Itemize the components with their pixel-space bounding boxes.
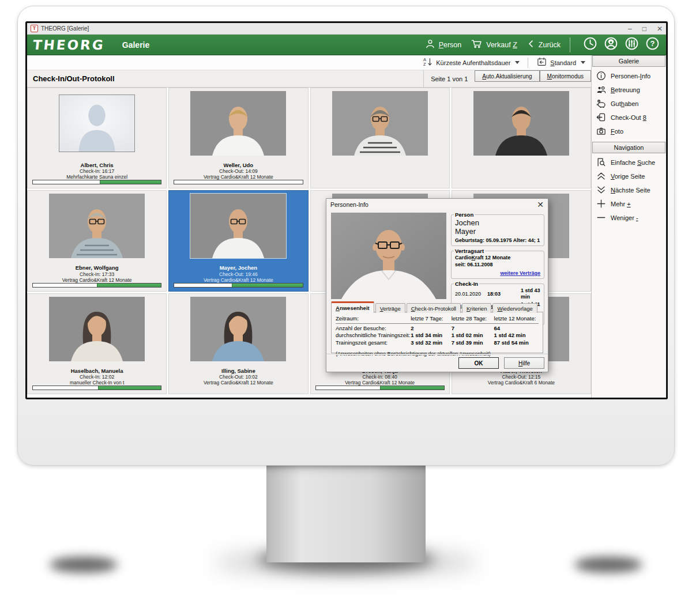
time-progress-bar [174,283,303,288]
auto-update-button[interactable]: Auto.Aktualisierung [475,70,539,82]
member-name: Albert, Chris [81,162,114,168]
dialog-title-bar: Personen-Info ✕ [326,199,548,210]
chevron-left-icon [526,39,536,51]
sidebar-item-weniger[interactable]: Weniger - [592,211,666,225]
time-progress-bar [174,180,303,184]
svg-text:Z: Z [423,62,426,67]
sidebar-item-label: Mehr + [611,201,631,207]
preset-button[interactable]: Standard [534,55,588,70]
checkout-icon [596,112,607,124]
stats-row: Trainingszeit gesamt:3 std 32 min7 std 3… [336,338,539,346]
gallery-cell-haselbach-manuela[interactable]: Haselbach, ManuelaCheck-In: 12:02manuell… [27,293,167,394]
app-window: T THEORG [Galerie] – □ ✕ THEORG Galerie … [27,23,666,398]
sidebar-item-betreuung[interactable]: Betreuung [592,83,666,97]
settings-button[interactable] [623,37,640,53]
main-area: AZ Kürzeste Aufenthaltsdauer Standard Ch… [27,55,591,398]
member-photo [332,91,428,156]
help-button[interactable]: ? [644,37,660,53]
gallery-cell[interactable] [452,88,591,188]
minimize-button[interactable]: – [628,25,632,32]
member-checktime: Check-Out: 10:02 [219,374,258,380]
time-progress-bar [315,386,445,390]
sidebar-item-label: Nächste Seite [611,187,650,194]
member-contract: Vertrag Cardio&Kraft 6 Monate [488,380,555,386]
piggy-icon [596,98,607,110]
member-photo [190,297,286,361]
member-name: Mayer, Jochen [220,264,257,271]
tab-kriterien[interactable]: Kriterien [462,303,491,313]
content-header: Check-In/Out-Protokoll Seite 1 von 1 Aut… [27,70,591,88]
maximize-button[interactable]: □ [642,25,646,32]
support-button[interactable] [603,37,619,53]
member-photo [473,91,569,156]
sidebar-item-label: Betreuung [611,86,640,93]
page-search-icon [596,157,607,169]
sidebar-item-foto[interactable]: Foto [592,124,666,138]
tab-vertrage[interactable]: Verträge [375,303,405,313]
checkin-group-label: Check-In [454,281,479,287]
sidebar-item-mehr[interactable]: Mehr + [592,197,666,211]
page-indicator: Seite 1 von 1 [423,70,475,87]
person-group: Person Jochen Mayer Geburtstag: 05.09.19… [451,211,544,246]
plus-icon [596,198,607,210]
sale-button[interactable]: Verkauf Z [471,37,517,52]
member-contract: Mehrfachkarte Sauna einzel [66,174,127,180]
clock-button[interactable] [582,37,598,53]
stats-header: Zeitraum: [336,315,411,324]
cart-icon [471,37,483,52]
gallery-cell-weller-udo[interactable]: Weller, UdoCheck-Out: 14:09Vertrag Cardi… [168,88,308,188]
monitor-mode-button[interactable]: Monitormodus [540,70,591,82]
stats-row: durchschnittliche Trainingszeit:1 std 34… [336,331,539,339]
screen: T THEORG [Galerie] – □ ✕ THEORG Galerie … [25,21,668,399]
sidebar-item-personen-info[interactable]: Personen-Info [592,69,666,83]
sidebar-item-nachste-seite[interactable]: Nächste Seite [592,183,666,197]
svg-text:?: ? [650,39,655,48]
stats-header: letzte 28 Tage: [452,315,494,324]
minus-icon [596,212,607,224]
contract-name: CardioKraft 12 Monate [455,255,540,262]
info-icon [596,70,607,82]
tab-check-in-protokoll[interactable]: Check-In-Protokoll [407,303,461,313]
member-checktime: Check-In: 16:17 [80,168,114,174]
anwesenheit-panel: Zeitraum:letzte 7 Tage:letzte 28 Tage:le… [331,312,543,353]
gallery-cell-ebner-wolfgang[interactable]: Ebner, WolfgangCheck-In: 17:33Vertrag Ca… [27,190,167,291]
sidebar-item-einfache-suche[interactable]: Einfache Suche [592,156,666,169]
member-photo [190,91,286,156]
sidebar: GaleriePersonen-InfoBetreuungGuthabenChe… [591,55,666,398]
tab-wiedervorlage[interactable]: Wiedervorlage [492,303,537,313]
sort-order-button[interactable]: AZ Kürzeste Aufenthaltsdauer [420,55,522,70]
gallery-cell-illing-sabine[interactable]: Illing, SabineCheck-Out: 10:02Vertrag Ca… [168,293,308,394]
sidebar-item-guthaben[interactable]: Guthaben [592,97,666,111]
gallery-cell-mayer-jochen[interactable]: Mayer, JochenCheck-Out: 19:46Vertrag Car… [168,190,308,291]
sidebar-item-label: Personen-Info [611,73,650,80]
view-title: Check-In/Out-Protokoll [33,74,115,83]
weitere-vertraege-link[interactable]: weitere Verträge [455,270,540,276]
sidebar-item-label: Vorige Seite [611,173,645,180]
close-button[interactable]: ✕ [657,25,663,32]
caret-down-icon [581,61,585,64]
time-progress-bar [32,283,161,288]
dialog-close-icon[interactable]: ✕ [537,201,544,209]
ok-button[interactable]: OK [458,357,499,369]
member-photo [49,91,145,156]
birth-line: Geburtstag: 05.09.1975 Alter: 44; 1 [455,237,540,243]
person-button[interactable]: Person [424,38,462,51]
sidebar-item-check-out-8[interactable]: Check-Out 8 [592,111,666,124]
back-button[interactable]: Zurück [526,39,561,51]
dialog-title: Personen-Info [330,201,368,208]
member-contract: Vertrag Cardio&Kraft 12 Monate [62,277,132,283]
support-icon [603,36,619,54]
gallery-cell-albert-chris[interactable]: Albert, ChrisCheck-In: 16:17Mehrfachkart… [27,88,167,188]
sidebar-item-vorige-seite[interactable]: Vorige Seite [592,169,666,183]
gallery-cell[interactable] [310,88,450,188]
toolbar: AZ Kürzeste Aufenthaltsdauer Standard [27,55,591,70]
green-header: THEORG Galerie Person Verkauf Z Zurück [27,35,666,55]
attendance-table: Zeitraum:letzte 7 Tage:letzte 28 Tage:le… [336,315,539,346]
checkin-row: 20.01.202018:031 std 43 min [455,288,540,301]
tab-anwesenheit[interactable]: Anwesenheit [331,301,374,313]
first-name: Jochen [455,218,540,227]
stats-row: Anzahl der Besuche:2764 [336,324,539,331]
member-name: Haselbach, Manuela [71,368,123,374]
help-button[interactable]: Hilfe [504,357,544,369]
window-title: THEORG [Galerie] [41,25,89,32]
